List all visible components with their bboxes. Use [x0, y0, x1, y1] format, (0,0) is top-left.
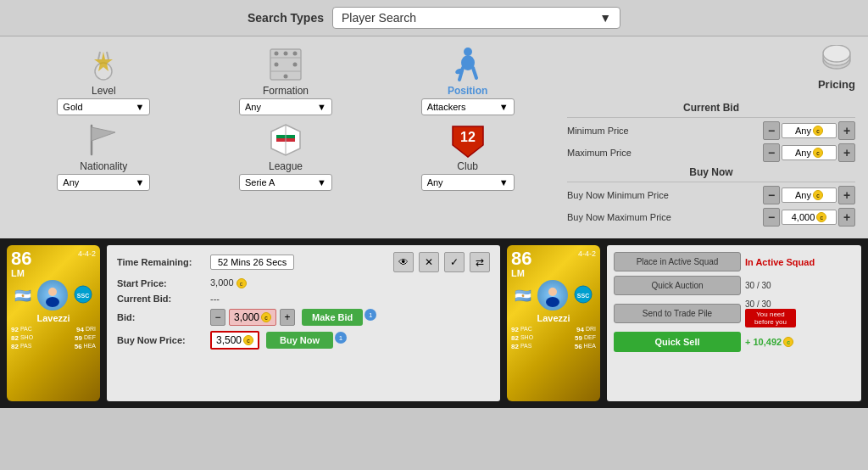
close-icon-btn[interactable]: ✕ [419, 252, 439, 272]
medal-icon [82, 45, 125, 83]
you-need-notice: You need before you [745, 309, 796, 327]
filters-panel: Level Gold ▼ [13, 45, 559, 230]
place-in-active-squad-row: Place in Active Squad In Active Squad [614, 252, 854, 271]
svg-point-10 [274, 62, 278, 66]
place-in-active-squad-button[interactable]: Place in Active Squad [614, 252, 741, 271]
buy-now-price-row: Buy Now Price: 3,500 c Buy Now 1 [117, 331, 490, 350]
buy-now-min-increase-btn[interactable]: + [838, 186, 855, 204]
min-price-increase-btn[interactable]: + [838, 121, 855, 140]
quick-auction-row: Quick Auction 30 / 30 [614, 276, 854, 295]
coin-icon: c [261, 312, 271, 322]
buy-now-price-label: Buy Now Price: [117, 335, 210, 345]
league-filter: League Serie A ▼ [235, 120, 337, 191]
league-dropdown[interactable]: Serie A ▼ [239, 174, 332, 191]
card-stats: 92 PAC 94 DRI 82 SHO 59 DEF 82 PAS 56 HE… [11, 326, 96, 350]
player-face-icon-right [537, 280, 568, 311]
pricing-panel: Pricing Current Bid Minimum Price − Any … [567, 45, 855, 230]
flag-icon [82, 120, 125, 159]
send-to-trade-pile-button[interactable]: Send to Trade Pile [614, 304, 741, 323]
eye-icon-btn[interactable]: 👁 [393, 252, 414, 272]
result-details-panel: Time Remaining: 52 Mins 26 Secs 👁 ✕ ✓ ⇄ … [107, 245, 500, 401]
current-bid-detail-row: Current Bid: --- [117, 294, 490, 304]
main-search-panel: Level Gold ▼ [0, 36, 868, 238]
card-rating: 86 [11, 249, 31, 268]
chevron-down-icon: ▼ [499, 102, 509, 112]
buy-now-min-value: Any c [782, 187, 837, 203]
svg-point-11 [292, 62, 297, 66]
bid-label: Bid: [117, 312, 210, 322]
league-icon [264, 120, 307, 159]
formation-label: Formation [263, 85, 309, 97]
bid-increase-btn[interactable]: + [280, 309, 295, 326]
position-filter: Position Attackers ▼ [417, 45, 519, 115]
position-dropdown[interactable]: Attackers ▼ [421, 98, 515, 115]
bid-decrease-btn[interactable]: − [210, 309, 225, 326]
svg-point-29 [48, 288, 57, 296]
check-icon-btn[interactable]: ✓ [444, 252, 465, 272]
buy-now-max-increase-btn[interactable]: + [838, 208, 855, 227]
buy-now-price-value: 3,500 c [210, 331, 259, 350]
search-type-dropdown[interactable]: Player Search ▼ [332, 7, 620, 29]
max-price-increase-btn[interactable]: + [838, 143, 855, 162]
card-formation-right: 4-4-2 [578, 249, 596, 258]
quick-auction-button[interactable]: Quick Auction [614, 276, 741, 295]
card-position-right: LM [511, 268, 531, 278]
start-price-value: 3,000 c [210, 277, 247, 288]
action-buttons-list: Place in Active Squad In Active Squad Qu… [614, 252, 854, 352]
level-filter: Level Gold ▼ [53, 45, 154, 115]
coin-icon: c [813, 148, 823, 158]
coin-icon: c [816, 212, 826, 222]
svg-line-3 [107, 52, 108, 59]
svg-text:SSC: SSC [577, 293, 589, 299]
current-bid-section-title: Current Bid [567, 102, 855, 114]
club-filter: 12 Club Any ▼ [417, 120, 519, 191]
formation-filter: Formation Any ▼ [235, 45, 337, 115]
send-to-trade-pile-count: 30 / 30 [745, 299, 771, 309]
search-types-label: Search Types [248, 11, 324, 25]
card-flag-icon-right: 🇦🇷 [515, 288, 531, 304]
max-price-decrease-btn[interactable]: − [763, 143, 780, 162]
min-price-value: Any c [782, 123, 837, 138]
in-active-squad-label: In Active Squad [745, 257, 815, 267]
start-price-label: Start Price: [117, 278, 210, 288]
action-panel: Place in Active Squad In Active Squad Qu… [607, 245, 861, 401]
max-price-label: Maximum Price [567, 148, 677, 158]
card-position: LM [11, 268, 31, 278]
svg-point-13 [464, 48, 472, 56]
coins-icon [818, 45, 855, 78]
buy-now-max-value: 4,000 c [782, 210, 837, 225]
chevron-down-icon: ▼ [135, 102, 144, 112]
buy-now-min-decrease-btn[interactable]: − [763, 186, 780, 204]
compare-icon-btn[interactable]: ⇄ [470, 252, 490, 272]
time-remaining-value: 52 Mins 26 Secs [210, 255, 294, 270]
buy-now-min-control: − Any c + [763, 186, 855, 204]
quick-sell-button[interactable]: Quick Sell [614, 332, 741, 352]
nationality-label: Nationality [80, 160, 127, 172]
make-bid-button[interactable]: Make Bid [302, 309, 363, 326]
card-formation: 4-4-2 [78, 249, 96, 258]
svg-line-16 [473, 68, 476, 78]
player-card-left: 86 LM 4-4-2 🇦🇷 SSC Lavezzi [7, 245, 100, 401]
svg-point-28 [823, 45, 850, 62]
buy-now-max-row: Buy Now Maximum Price − 4,000 c + [567, 208, 855, 227]
club-dropdown[interactable]: Any ▼ [421, 174, 515, 191]
buy-now-button[interactable]: Buy Now [266, 332, 333, 349]
coin-icon: c [813, 190, 823, 200]
nationality-dropdown[interactable]: Any ▼ [57, 174, 150, 191]
max-price-control: − Any c + [763, 143, 855, 162]
buy-now-max-decrease-btn[interactable]: − [763, 208, 780, 227]
card-club-icon: SSC [74, 285, 92, 306]
bid-badge: 1 [364, 309, 376, 321]
filter-icons-row-2: Nationality Any ▼ League [13, 120, 559, 191]
formation-dropdown[interactable]: Any ▼ [239, 98, 332, 115]
level-dropdown[interactable]: Gold ▼ [57, 98, 150, 115]
svg-marker-19 [92, 127, 115, 141]
card-name: Lavezzi [11, 313, 96, 323]
position-label: Position [448, 85, 487, 97]
player-face-icon [37, 280, 68, 311]
league-label: League [269, 160, 303, 172]
min-price-decrease-btn[interactable]: − [763, 121, 780, 140]
chevron-down-icon: ▼ [499, 177, 509, 187]
quick-auction-count: 30 / 30 [745, 281, 771, 290]
card-stats-right: 92 PAC 94 DRI 82 SHO 59 DEF 82 PAS 56 HE… [511, 326, 596, 350]
